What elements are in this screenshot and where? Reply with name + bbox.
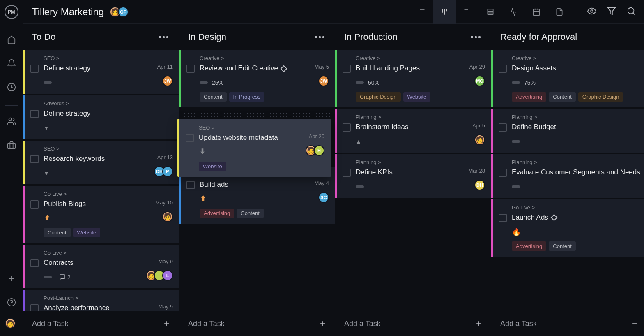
tag[interactable]: Content (200, 92, 227, 102)
task-card[interactable]: Adwords >Define strategy▼ (23, 95, 179, 139)
task-card[interactable]: Planning >Define Budget (491, 109, 644, 153)
card-assignees[interactable]: DHP (154, 166, 173, 177)
board-view-tab[interactable] (433, 0, 456, 24)
app-logo[interactable]: PM (5, 5, 18, 19)
briefcase-icon[interactable] (3, 137, 20, 153)
user-avatar[interactable]: 🧑 (5, 318, 16, 329)
avatar[interactable]: SC (318, 192, 329, 203)
tag[interactable]: Graphic Design (356, 92, 401, 102)
column-menu-icon[interactable]: ••• (315, 32, 326, 42)
task-card[interactable]: SEO >Research keywordsApr 13▼DHP (23, 141, 179, 184)
gantt-view-tab[interactable] (456, 0, 479, 24)
task-checkbox[interactable] (499, 123, 507, 132)
task-checkbox[interactable] (30, 110, 39, 118)
avatar[interactable]: 🧑 (162, 211, 173, 222)
search-icon[interactable] (627, 7, 636, 17)
task-checkbox[interactable] (30, 304, 39, 311)
help-icon[interactable] (3, 294, 20, 311)
add-task-button[interactable]: Add a Task+ (491, 311, 644, 336)
task-checkbox[interactable] (30, 155, 39, 163)
tag[interactable]: Content (549, 92, 576, 102)
task-card[interactable]: Go Live >Publish BlogsMay 10🧑ContentWebs… (23, 186, 179, 243)
card-assignees[interactable]: SC (318, 192, 329, 203)
list-view-tab[interactable] (410, 0, 433, 24)
task-card[interactable]: Creative >Design Assets75%AdvertisingCon… (491, 50, 644, 107)
files-view-tab[interactable] (548, 0, 571, 24)
tag[interactable]: Website (199, 162, 226, 171)
avatar[interactable]: L (162, 270, 173, 281)
home-icon[interactable] (3, 31, 20, 48)
tag[interactable]: Graphic Design (578, 92, 623, 102)
task-card[interactable]: SEO >Define strategyApr 11JW (23, 50, 179, 94)
task-card[interactable]: Go Live >Launch Ads🔥AdvertisingContent (491, 199, 644, 257)
column-title: Ready for Approval (500, 32, 577, 42)
tag[interactable]: In Progress (229, 92, 264, 102)
task-card[interactable]: Planning >Define KPIsMar 28DH (335, 154, 491, 198)
add-task-button[interactable]: Add a Task+ (335, 311, 491, 336)
task-checkbox[interactable] (499, 65, 507, 73)
task-card[interactable]: Planning >Brainstorm IdeasApr 5▲🧑 (335, 109, 491, 153)
add-task-button[interactable]: Add a Task+ (23, 311, 179, 336)
add-icon[interactable] (3, 270, 20, 287)
task-checkbox[interactable] (30, 259, 39, 267)
card-assignees[interactable]: JW (318, 76, 329, 86)
recent-icon[interactable] (3, 79, 20, 95)
card-assignees[interactable]: 🧑 (162, 211, 173, 222)
card-assignees[interactable]: 🧑H (306, 145, 324, 156)
task-checkbox[interactable] (30, 200, 39, 209)
card-assignees[interactable]: DH (474, 180, 485, 190)
activity-view-tab[interactable] (502, 0, 525, 24)
task-checkbox[interactable] (186, 181, 195, 189)
add-task-label: Add a Task (500, 320, 537, 328)
task-checkbox[interactable] (499, 214, 507, 222)
tag[interactable]: Advertising (200, 209, 234, 218)
filter-icon[interactable] (607, 7, 616, 17)
avatar[interactable]: JW (318, 76, 329, 86)
tag[interactable]: Content (549, 241, 576, 251)
task-card[interactable]: Planning >Evaluate Customer Segments and… (491, 154, 644, 198)
tag[interactable]: Advertising (512, 92, 546, 102)
task-checkbox[interactable] (30, 65, 39, 73)
card-category: Planning > (512, 114, 641, 120)
task-checkbox[interactable] (186, 65, 195, 73)
task-card[interactable]: Post-Launch >Analyze performanceMay 9 (23, 290, 179, 311)
task-checkbox[interactable] (343, 123, 351, 132)
comments-count[interactable]: 2 (59, 274, 71, 280)
svg-marker-24 (608, 7, 615, 14)
tag[interactable]: Content (237, 209, 264, 218)
task-card[interactable]: Creative >Build Landing PagesApr 2950%MG… (335, 50, 491, 107)
tag[interactable]: Website (73, 228, 101, 237)
avatar[interactable]: 🧑 (474, 134, 485, 145)
column-menu-icon[interactable]: ••• (159, 32, 170, 42)
add-task-button[interactable]: Add a Task+ (179, 311, 335, 336)
task-card[interactable]: Go Live >ContractsMay 92🧑L (23, 245, 179, 288)
tag[interactable]: Advertising (512, 241, 546, 251)
notifications-icon[interactable] (3, 55, 20, 72)
tag[interactable]: Website (403, 92, 431, 102)
task-checkbox[interactable] (499, 169, 507, 177)
task-checkbox[interactable] (343, 169, 351, 177)
avatar[interactable]: P (162, 166, 173, 177)
card-title: Define KPIs (356, 168, 465, 177)
calendar-view-tab[interactable] (525, 0, 548, 24)
avatar[interactable]: MG (474, 76, 485, 86)
project-members[interactable]: 🧑 GP (110, 7, 129, 17)
sheet-view-tab[interactable] (479, 0, 502, 24)
task-card[interactable]: Creative >Review and Edit CreativeMay 52… (179, 50, 335, 107)
card-assignees[interactable]: 🧑L (146, 270, 173, 281)
avatar[interactable]: H (314, 145, 324, 156)
task-checkbox[interactable] (186, 134, 194, 142)
avatar[interactable]: JW (162, 76, 173, 86)
card-assignees[interactable]: 🧑 (474, 134, 485, 145)
avatar[interactable]: GP (118, 7, 129, 17)
card-assignees[interactable]: MG (474, 76, 485, 86)
topbar: Tillery Marketing 🧑 GP (23, 0, 644, 24)
people-icon[interactable] (3, 113, 20, 130)
avatar[interactable]: DH (474, 180, 485, 190)
column-menu-icon[interactable]: ••• (471, 32, 482, 42)
watch-icon[interactable] (587, 7, 596, 17)
task-checkbox[interactable] (343, 65, 351, 73)
dragging-card[interactable]: SEO >Update website metadataApr 20🧑HWebs… (177, 119, 331, 177)
tag[interactable]: Content (44, 228, 71, 237)
card-assignees[interactable]: JW (162, 76, 173, 86)
